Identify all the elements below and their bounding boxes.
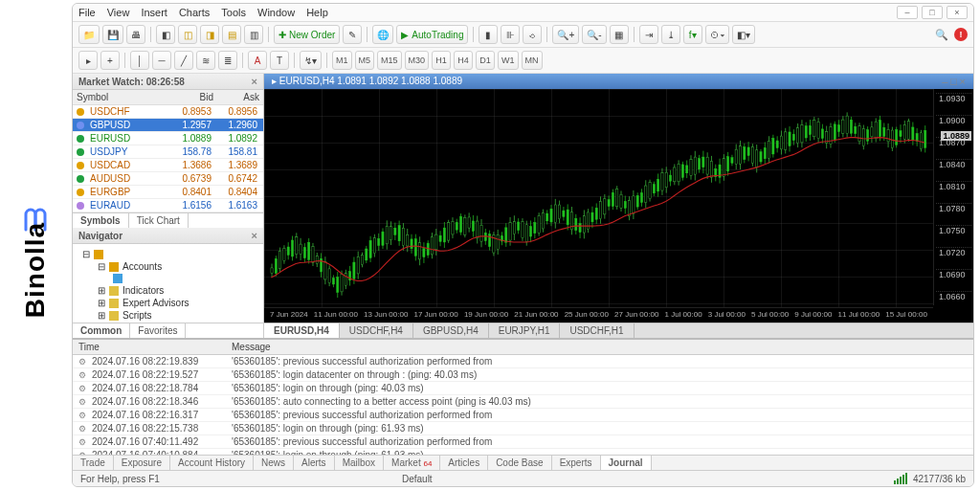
terminal-tab-exposure[interactable]: Exposure (114, 456, 170, 470)
chart-canvas[interactable]: 1.09301.09001.08701.08401.08101.07801.07… (264, 89, 973, 323)
tf-w1[interactable]: W1 (498, 51, 519, 70)
tf-d1[interactable]: D1 (476, 51, 495, 70)
crosshair-icon[interactable]: + (100, 51, 120, 70)
fibo-icon[interactable]: ≣ (218, 51, 237, 70)
nav-scripts[interactable]: ⊞ Scripts (78, 309, 257, 322)
metaeditor-icon[interactable]: ✎ (343, 25, 362, 44)
auto-scroll-icon[interactable]: ⇥ (639, 25, 658, 44)
chart-close-icon[interactable]: × (960, 76, 966, 87)
trendline-icon[interactable]: ╱ (174, 51, 193, 70)
tf-mn[interactable]: MN (522, 51, 543, 70)
save-icon[interactable]: 💾 (102, 25, 123, 44)
chart-tab[interactable]: EURUSD,H4 (264, 323, 340, 338)
terminal-tab-experts[interactable]: Experts (552, 456, 601, 470)
tf-m1[interactable]: M1 (332, 51, 352, 70)
market-watch-row[interactable]: EURGBP0.84010.8404 (73, 186, 263, 199)
menu-tools[interactable]: Tools (221, 7, 246, 18)
line-chart-icon[interactable]: ⪦ (523, 25, 542, 44)
close-icon[interactable]: × (252, 76, 257, 87)
journal-row[interactable]: ⚙2024.07.16 08:22:19.839'65360185': prev… (73, 355, 973, 368)
chart-tab[interactable]: GBPUSD,H4 (413, 323, 489, 338)
journal-row[interactable]: ⚙2024.07.16 07:40:11.492'65360185': prev… (73, 435, 973, 449)
journal-row[interactable]: ⚙2024.07.16 08:22:19.527'65360185': logi… (73, 368, 973, 382)
tab-symbols[interactable]: Symbols (73, 213, 129, 228)
nav-root[interactable]: ⊟ (78, 248, 257, 260)
chart-tab[interactable]: USDCHF,H1 (560, 323, 634, 338)
market-watch-row[interactable]: USDJPY158.78158.81 (73, 145, 263, 159)
market-watch-row[interactable]: EURAUD1.61561.6163 (73, 199, 263, 212)
tile-windows-icon[interactable]: ▦ (610, 25, 629, 44)
col-ask[interactable]: Ask (213, 92, 259, 102)
journal-row[interactable]: ⚙2024.07.16 08:22:18.346'65360185': auto… (73, 395, 973, 409)
terminal-icon[interactable]: ▤ (222, 25, 241, 44)
window-minimize-button[interactable]: – (897, 6, 918, 19)
journal-row[interactable]: ⚙2024.07.16 08:22:16.317'65360185': prev… (73, 409, 973, 422)
terminal-tab-news[interactable]: News (254, 456, 294, 470)
print-icon[interactable]: 🖶 (126, 25, 145, 44)
col-bid[interactable]: Bid (167, 92, 213, 102)
terminal-tab-account-history[interactable]: Account History (170, 456, 254, 470)
terminal-tab-alerts[interactable]: Alerts (294, 456, 335, 470)
market-watch-row[interactable]: AUDUSD0.67390.6742 (73, 172, 263, 186)
terminal-tab-code-base[interactable]: Code Base (488, 456, 551, 470)
tester-icon[interactable]: ▥ (244, 25, 263, 44)
market-watch-icon[interactable]: ◫ (178, 25, 197, 44)
term-col-message[interactable]: Message (232, 342, 968, 352)
search-icon[interactable]: 🔍 (935, 29, 948, 41)
hline-icon[interactable]: ─ (152, 51, 171, 70)
arrows-icon[interactable]: ↯▾ (300, 51, 322, 70)
window-maximize-button[interactable]: □ (922, 6, 943, 19)
terminal-tab-articles[interactable]: Articles (440, 456, 488, 470)
menu-insert[interactable]: Insert (141, 7, 167, 18)
candle-chart-icon[interactable]: ⊪ (501, 25, 520, 44)
tab-tick-chart[interactable]: Tick Chart (129, 213, 189, 228)
chart-shift-icon[interactable]: ⤓ (661, 25, 680, 44)
nav-accounts[interactable]: ⊟ Accounts (78, 260, 257, 273)
channel-icon[interactable]: ≋ (196, 51, 215, 70)
alert-badge[interactable]: ! (954, 28, 968, 41)
terminal-tab-journal[interactable]: Journal (601, 456, 652, 470)
autotrading-button[interactable]: ▶AutoTrading (396, 25, 468, 44)
terminal-tab-trade[interactable]: Trade (73, 456, 114, 470)
indicators-icon[interactable]: f▾ (683, 25, 702, 44)
market-watch-row[interactable]: GBPUSD1.29571.2960 (73, 119, 263, 132)
zoom-in-icon[interactable]: 🔍+ (552, 25, 579, 44)
col-symbol[interactable]: Symbol (77, 92, 167, 102)
tab-favorites[interactable]: Favorites (130, 323, 186, 338)
globe-icon[interactable]: 🌐 (372, 25, 393, 44)
market-watch-row[interactable]: EURUSD1.08891.0892 (73, 132, 263, 145)
journal-row[interactable]: ⚙2024.07.16 08:22:18.784'65360185': logi… (73, 382, 973, 395)
bar-chart-icon[interactable]: ▮ (479, 25, 498, 44)
text-label-icon[interactable]: T (270, 51, 289, 70)
chart-max-icon[interactable]: □ (950, 76, 957, 87)
nav-experts[interactable]: ⊞ Expert Advisors (78, 297, 257, 309)
menu-file[interactable]: File (78, 7, 96, 18)
tf-m15[interactable]: M15 (377, 51, 402, 70)
menu-charts[interactable]: Charts (179, 7, 210, 18)
market-watch-row[interactable]: USDCHF0.89530.8956 (73, 105, 263, 119)
window-close-button[interactable]: × (947, 6, 968, 19)
text-icon[interactable]: A (248, 51, 267, 70)
nav-account-item[interactable] (78, 273, 257, 284)
navigator-icon[interactable]: ◨ (200, 25, 219, 44)
folder-icon[interactable]: 📁 (78, 25, 100, 44)
menu-window[interactable]: Window (257, 7, 295, 18)
chart-tab[interactable]: USDCHF,H4 (340, 323, 413, 338)
templates-icon[interactable]: ◧▾ (732, 25, 755, 44)
tf-m5[interactable]: M5 (355, 51, 375, 70)
menu-view[interactable]: View (107, 7, 130, 18)
tf-h1[interactable]: H1 (432, 51, 451, 70)
chart-tab[interactable]: EURJPY,H1 (489, 323, 561, 338)
cursor-icon[interactable]: ▸ (78, 51, 98, 70)
new-order-button[interactable]: ✚New Order (274, 25, 340, 44)
nav-indicators[interactable]: ⊞ Indicators (78, 284, 257, 297)
tf-h4[interactable]: H4 (454, 51, 473, 70)
close-icon[interactable]: × (252, 230, 257, 241)
chart-min-icon[interactable]: – (942, 76, 947, 87)
zoom-out-icon[interactable]: 🔍- (582, 25, 606, 44)
journal-row[interactable]: ⚙2024.07.16 08:22:15.738'65360185': logi… (73, 422, 973, 435)
terminal-tab-market[interactable]: Market 64 (384, 456, 440, 470)
profile-icon[interactable]: ◧ (156, 25, 175, 44)
terminal-tab-mailbox[interactable]: Mailbox (335, 456, 384, 470)
market-watch-row[interactable]: USDCAD1.36861.3689 (73, 159, 263, 172)
